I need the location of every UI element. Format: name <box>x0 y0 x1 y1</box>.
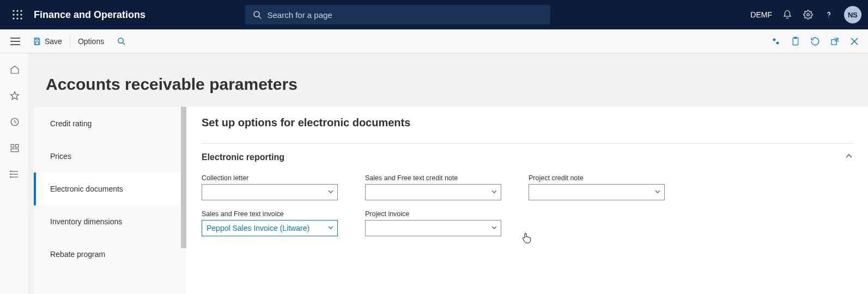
collection-letter-combo[interactable] <box>202 184 338 200</box>
close-icon[interactable] <box>848 35 860 47</box>
popout-icon[interactable] <box>829 35 841 47</box>
svg-point-8 <box>20 17 22 19</box>
refresh-icon[interactable] <box>809 35 821 47</box>
chevron-down-icon <box>327 188 334 197</box>
svg-point-2 <box>20 10 22 11</box>
form-title: Set up options for electronic documents <box>202 117 853 129</box>
attachments-icon[interactable] <box>790 35 802 47</box>
chevron-down-icon <box>491 224 497 232</box>
svg-point-18 <box>118 38 123 43</box>
save-label: Save <box>45 37 62 46</box>
svg-point-7 <box>16 17 18 19</box>
product-title: Finance and Operations <box>34 9 145 21</box>
combo-value: Peppol Sales Invoice (Litware) <box>207 224 309 232</box>
company-code[interactable]: DEMF <box>750 10 772 19</box>
field-label: Project invoice <box>365 210 501 218</box>
svg-rect-29 <box>15 144 18 147</box>
hamburger-icon[interactable] <box>4 38 26 45</box>
svg-point-11 <box>807 14 810 16</box>
options-button[interactable]: Options <box>71 29 111 53</box>
notifications-icon[interactable] <box>782 9 793 20</box>
svg-point-12 <box>828 17 829 17</box>
svg-point-4 <box>16 14 18 15</box>
options-label: Options <box>78 37 104 46</box>
form-area: Set up options for electronic documents … <box>186 107 868 294</box>
section-header[interactable]: Electronic reporting <box>202 152 853 162</box>
action-bar-right <box>770 35 864 47</box>
svg-line-10 <box>259 16 261 19</box>
page-search-button[interactable] <box>111 29 132 53</box>
chevron-down-icon <box>327 224 334 232</box>
save-icon <box>33 37 41 46</box>
modules-icon[interactable] <box>9 169 20 180</box>
sidepanel-item-rebate-program[interactable]: Rebate program <box>34 238 186 271</box>
svg-marker-26 <box>10 92 19 100</box>
svg-point-35 <box>10 174 11 175</box>
search-icon <box>117 37 125 45</box>
sidepanel-item-inventory-dimensions[interactable]: Inventory dimensions <box>34 205 186 238</box>
svg-point-9 <box>254 11 259 17</box>
field-label: Sales and Free text invoice <box>202 210 338 218</box>
field-sales-credit-note: Sales and Free text credit note <box>365 174 501 200</box>
svg-point-34 <box>10 171 11 172</box>
svg-point-5 <box>20 14 22 15</box>
sales-credit-note-combo[interactable] <box>365 184 501 200</box>
svg-line-19 <box>123 42 125 45</box>
home-icon[interactable] <box>9 64 20 75</box>
svg-point-6 <box>13 17 14 19</box>
sales-invoice-combo[interactable]: Peppol Sales Invoice (Litware) <box>202 220 338 236</box>
svg-point-0 <box>13 10 14 11</box>
sidepanel-item-prices[interactable]: Prices <box>34 140 186 173</box>
svg-rect-30 <box>11 149 19 152</box>
content-area: Accounts receivable parameters ▲ Credit … <box>29 53 868 294</box>
svg-point-3 <box>13 14 14 15</box>
chevron-up-icon[interactable] <box>845 152 853 162</box>
personalize-icon[interactable] <box>770 35 782 47</box>
sidepanel-item-credit-rating[interactable]: Credit rating <box>34 107 186 140</box>
chevron-down-icon <box>654 188 661 197</box>
project-invoice-combo[interactable] <box>365 220 501 236</box>
action-bar: Save Options <box>0 29 868 53</box>
field-label: Sales and Free text credit note <box>365 174 501 182</box>
sidepanel-item-electronic-documents[interactable]: Electronic documents <box>34 173 186 205</box>
field-collection-letter: Collection letter <box>202 174 338 200</box>
recent-icon[interactable] <box>9 117 20 127</box>
field-sales-invoice: Sales and Free text invoice Peppol Sales… <box>202 210 338 236</box>
left-rail <box>0 53 29 294</box>
app-header: Finance and Operations Search for a page… <box>0 0 868 29</box>
app-launcher-icon[interactable] <box>7 10 28 20</box>
svg-rect-28 <box>11 144 14 147</box>
main-area: Accounts receivable parameters ▲ Credit … <box>0 53 868 294</box>
settings-icon[interactable] <box>803 9 814 20</box>
chevron-down-icon <box>491 188 497 197</box>
help-icon[interactable] <box>823 9 834 20</box>
svg-point-36 <box>10 177 11 178</box>
field-label: Project credit note <box>529 174 665 182</box>
panel-wrap: ▲ Credit rating Prices Electronic docume… <box>34 107 868 294</box>
global-search[interactable]: Search for a page <box>245 5 550 24</box>
svg-rect-17 <box>35 41 38 44</box>
search-icon <box>253 10 262 19</box>
search-placeholder: Search for a page <box>267 10 332 20</box>
favorites-icon[interactable] <box>9 90 20 101</box>
field-grid: Collection letter Sales and Free text cr… <box>202 174 853 236</box>
svg-rect-16 <box>35 38 38 40</box>
divider <box>70 35 70 48</box>
svg-point-1 <box>16 10 18 11</box>
page-title: Accounts receivable parameters <box>29 53 868 107</box>
field-label: Collection letter <box>202 174 338 182</box>
side-panel: ▲ Credit rating Prices Electronic docume… <box>34 107 186 294</box>
project-credit-note-combo[interactable] <box>529 184 665 200</box>
save-button[interactable]: Save <box>26 29 69 53</box>
field-project-credit-note: Project credit note <box>529 174 665 200</box>
section-divider <box>202 143 853 144</box>
user-avatar[interactable]: NS <box>844 6 861 23</box>
svg-rect-20 <box>793 38 798 45</box>
field-project-invoice: Project invoice <box>365 210 501 236</box>
section-label: Electronic reporting <box>202 152 284 162</box>
header-right: DEMF NS <box>750 6 861 23</box>
workspaces-icon[interactable] <box>9 143 20 154</box>
